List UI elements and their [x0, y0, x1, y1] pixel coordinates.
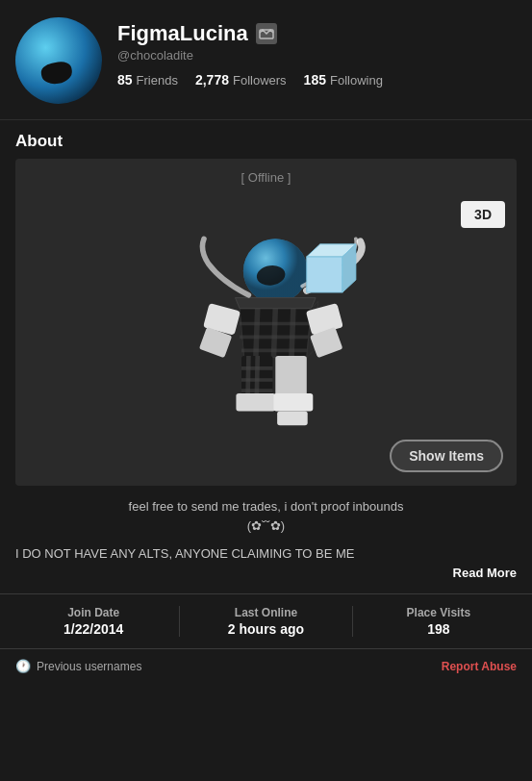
about-title: About	[15, 132, 517, 151]
bio-line2: (✿˘˘✿)	[247, 518, 285, 533]
report-abuse-button[interactable]: Report Abuse	[442, 660, 517, 673]
bio-secondary: I DO NOT HAVE ANY ALTS, ANYONE CLAIMING …	[15, 544, 517, 582]
avatar	[15, 17, 102, 104]
place-visits-value: 198	[361, 621, 517, 637]
svg-rect-27	[236, 393, 275, 412]
btn-3d[interactable]: 3D	[461, 201, 505, 228]
read-more-button[interactable]: Read More	[15, 564, 517, 583]
offline-status: [ Offline ]	[241, 170, 291, 185]
followers-count: 2,778	[195, 72, 229, 88]
prev-usernames-label: Previous usernames	[37, 660, 141, 673]
join-date-value: 1/22/2014	[15, 621, 171, 637]
user-stats-table: Join Date 1/22/2014 Last Online 2 hours …	[0, 593, 532, 648]
friends-stat: 85 Friends	[117, 72, 178, 88]
friends-count: 85	[117, 72, 133, 88]
history-icon: 🕐	[15, 659, 31, 673]
avatar-3d-view	[141, 192, 392, 442]
previous-usernames-button[interactable]: 🕐 Previous usernames	[15, 659, 141, 673]
profile-header: FigmaLucina @chocoladite 85 Friends 2,77…	[0, 0, 532, 120]
last-online-col: Last Online 2 hours ago	[180, 606, 352, 637]
svg-rect-28	[273, 393, 313, 412]
character-svg	[161, 192, 372, 442]
about-section: About [ Offline ]	[0, 120, 532, 486]
svg-rect-29	[277, 412, 308, 426]
place-visits-label: Place Visits	[361, 606, 517, 619]
following-label: Following	[330, 73, 383, 88]
bio-line1: feel free to send me trades, i don't pro…	[129, 499, 404, 514]
svg-rect-26	[275, 356, 307, 399]
place-visits-col: Place Visits 198	[353, 606, 524, 637]
show-items-button[interactable]: Show Items	[390, 440, 503, 472]
footer-row: 🕐 Previous usernames Report Abuse	[0, 648, 532, 683]
followers-label: Followers	[233, 73, 287, 88]
followers-stat: 2,778 Followers	[195, 72, 287, 88]
premium-icon	[256, 23, 277, 44]
last-online-value: 2 hours ago	[188, 621, 343, 637]
profile-stats-row: 85 Friends 2,778 Followers 185 Following	[117, 72, 517, 88]
avatar-card: [ Offline ]	[15, 159, 517, 486]
bio-secondary-text: I DO NOT HAVE ANY ALTS, ANYONE CLAIMING …	[15, 546, 355, 561]
bio-text: feel free to send me trades, i don't pro…	[15, 497, 517, 535]
svg-rect-17	[306, 257, 342, 292]
bio-section: feel free to send me trades, i don't pro…	[0, 486, 532, 582]
username-row: FigmaLucina	[117, 21, 517, 46]
last-online-label: Last Online	[188, 606, 343, 619]
join-date-col: Join Date 1/22/2014	[8, 606, 180, 637]
join-date-label: Join Date	[15, 606, 171, 619]
user-handle: @chocoladite	[117, 48, 517, 63]
svg-marker-11	[235, 298, 316, 309]
friends-label: Friends	[137, 73, 178, 88]
following-stat: 185 Following	[304, 72, 383, 88]
username: FigmaLucina	[117, 21, 248, 46]
following-count: 185	[304, 72, 326, 88]
profile-info: FigmaLucina @chocoladite 85 Friends 2,77…	[117, 17, 517, 88]
